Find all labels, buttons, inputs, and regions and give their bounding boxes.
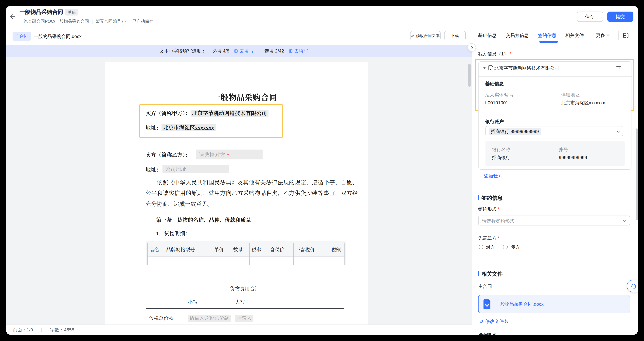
svg-text:W: W (485, 303, 489, 307)
